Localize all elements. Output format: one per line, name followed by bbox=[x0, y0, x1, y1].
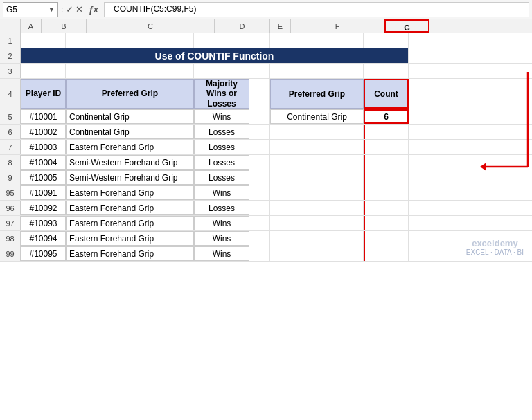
row-header-99: 99 bbox=[0, 246, 21, 261]
cell-d1[interactable] bbox=[194, 33, 249, 48]
watermark-logo: exceldemy bbox=[466, 238, 524, 248]
cell-c3[interactable] bbox=[66, 64, 194, 78]
row-header-1: 1 bbox=[0, 33, 21, 48]
cell-f3[interactable] bbox=[270, 64, 364, 78]
cell-c8[interactable]: Semi-Western Forehand Grip bbox=[66, 155, 194, 170]
cell-g98[interactable] bbox=[364, 231, 409, 246]
cell-g5[interactable]: 6 bbox=[364, 109, 409, 124]
cell-g6[interactable] bbox=[364, 125, 409, 139]
cell-e1[interactable] bbox=[249, 33, 270, 48]
corner-cell bbox=[0, 19, 21, 33]
col-header-c[interactable]: C bbox=[87, 19, 215, 33]
cell-b97[interactable]: #10093 bbox=[21, 216, 66, 230]
cell-b6[interactable]: #10002 bbox=[21, 125, 66, 139]
cell-d8[interactable]: Losses bbox=[194, 155, 249, 170]
cell-f9[interactable] bbox=[270, 170, 364, 185]
cell-f96[interactable] bbox=[270, 201, 364, 215]
cell-f98[interactable] bbox=[270, 231, 364, 246]
cell-d96[interactable]: Losses bbox=[194, 201, 249, 215]
sheet-rows: 1 2 Use of COUNTIF Function 3 bbox=[0, 33, 532, 262]
col-header-e[interactable]: E bbox=[270, 19, 291, 33]
cell-f1[interactable] bbox=[270, 33, 364, 48]
cell-d95[interactable]: Wins bbox=[194, 185, 249, 200]
cell-g9[interactable] bbox=[364, 170, 409, 185]
cell-d98[interactable]: Wins bbox=[194, 231, 249, 246]
cell-b1[interactable] bbox=[21, 33, 66, 48]
cell-d4-header: Majority Wins or Losses bbox=[194, 79, 249, 109]
cell-f5[interactable]: Continental Grip bbox=[270, 109, 364, 124]
cell-c9[interactable]: Semi-Western Forehand Grip bbox=[66, 170, 194, 185]
col-header-b[interactable]: B bbox=[42, 19, 87, 33]
cell-e9[interactable] bbox=[249, 170, 270, 185]
right-count-header: Count bbox=[374, 89, 398, 99]
watermark: exceldemy EXCEL · DATA · BI bbox=[466, 238, 524, 256]
grip-5: Continental Grip bbox=[69, 112, 130, 122]
col-header-g[interactable]: G bbox=[384, 19, 429, 33]
col-header-a[interactable]: A bbox=[21, 19, 42, 33]
row-header-7: 7 bbox=[0, 140, 21, 154]
cell-c95[interactable]: Eastern Forehand Grip bbox=[66, 185, 194, 200]
name-box[interactable]: G5 ▼ bbox=[3, 2, 58, 17]
row-7: 7 #10003 Eastern Forehand Grip Losses bbox=[0, 140, 532, 155]
cell-c5[interactable]: Continental Grip bbox=[66, 109, 194, 124]
col-header-d[interactable]: D bbox=[215, 19, 270, 33]
cell-e4[interactable] bbox=[249, 79, 270, 109]
cell-f7[interactable] bbox=[270, 140, 364, 154]
cell-e6[interactable] bbox=[249, 125, 270, 139]
cell-d3[interactable] bbox=[194, 64, 249, 78]
cell-b9[interactable]: #10005 bbox=[21, 170, 66, 185]
cell-g95[interactable] bbox=[364, 185, 409, 200]
row-header-97: 97 bbox=[0, 216, 21, 230]
cell-b3[interactable] bbox=[21, 64, 66, 78]
cell-g99[interactable] bbox=[364, 246, 409, 261]
cell-b96[interactable]: #10092 bbox=[21, 201, 66, 215]
cell-c98[interactable]: Eastern Forehand Grip bbox=[66, 231, 194, 246]
cell-d6[interactable]: Losses bbox=[194, 125, 249, 139]
cell-e8[interactable] bbox=[249, 155, 270, 170]
cell-b7[interactable]: #10003 bbox=[21, 140, 66, 154]
cell-f6[interactable] bbox=[270, 125, 364, 139]
cell-d5[interactable]: Wins bbox=[194, 109, 249, 124]
cell-c7[interactable]: Eastern Forehand Grip bbox=[66, 140, 194, 154]
cell-f8[interactable] bbox=[270, 155, 364, 170]
cell-g8[interactable] bbox=[364, 155, 409, 170]
cell-b98[interactable]: #10094 bbox=[21, 231, 66, 246]
cell-f97[interactable] bbox=[270, 216, 364, 230]
cell-d7[interactable]: Losses bbox=[194, 140, 249, 154]
col-header-f[interactable]: F bbox=[291, 19, 384, 33]
cell-e3[interactable] bbox=[249, 64, 270, 78]
cell-c6[interactable]: Continental Grip bbox=[66, 125, 194, 139]
row-3: 3 bbox=[0, 64, 532, 79]
cell-b95[interactable]: #10091 bbox=[21, 185, 66, 200]
name-box-value: G5 bbox=[6, 5, 17, 15]
cell-e99[interactable] bbox=[249, 246, 270, 261]
checkmark-icon: ✓ bbox=[66, 4, 73, 15]
cell-d9[interactable]: Losses bbox=[194, 170, 249, 185]
formula-input[interactable]: =COUNTIF(C5:C99,F5) bbox=[104, 2, 529, 17]
cell-e5[interactable] bbox=[249, 109, 270, 124]
cell-g3[interactable] bbox=[364, 64, 409, 78]
cell-g1[interactable] bbox=[364, 33, 409, 48]
cell-e7[interactable] bbox=[249, 140, 270, 154]
cell-f95[interactable] bbox=[270, 185, 364, 200]
cell-e96[interactable] bbox=[249, 201, 270, 215]
cell-c1[interactable] bbox=[66, 33, 194, 48]
cell-b8[interactable]: #10004 bbox=[21, 155, 66, 170]
cell-b99[interactable]: #10095 bbox=[21, 246, 66, 261]
cell-g96[interactable] bbox=[364, 201, 409, 215]
cell-d99[interactable]: Wins bbox=[194, 246, 249, 261]
cell-c99[interactable]: Eastern Forehand Grip bbox=[66, 246, 194, 261]
cell-b5[interactable]: #10001 bbox=[21, 109, 66, 124]
row-header-3: 3 bbox=[0, 64, 21, 78]
row-header-4: 4 bbox=[0, 79, 21, 109]
cell-c97[interactable]: Eastern Forehand Grip bbox=[66, 216, 194, 230]
player-id-header: Player ID bbox=[26, 89, 61, 98]
cell-g7[interactable] bbox=[364, 140, 409, 154]
cell-g97[interactable] bbox=[364, 216, 409, 230]
cell-e97[interactable] bbox=[249, 216, 270, 230]
cell-e95[interactable] bbox=[249, 185, 270, 200]
cell-c96[interactable]: Eastern Forehand Grip bbox=[66, 201, 194, 215]
cell-f99[interactable] bbox=[270, 246, 364, 261]
cell-d97[interactable]: Wins bbox=[194, 216, 249, 230]
cell-e98[interactable] bbox=[249, 231, 270, 246]
